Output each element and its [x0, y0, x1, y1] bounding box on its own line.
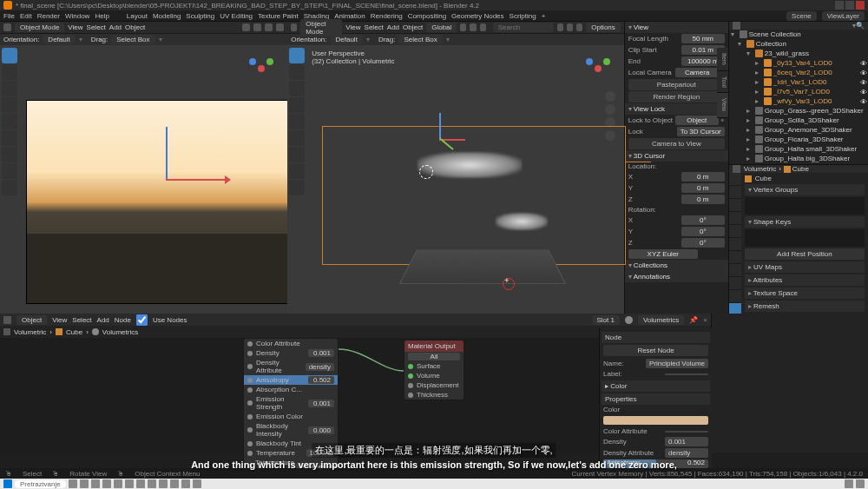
xray-icon[interactable] [567, 23, 573, 31]
shader-type[interactable]: Object [16, 315, 47, 325]
ptab-modifiers[interactable] [729, 251, 741, 263]
rightview-menu-object[interactable]: Object [403, 23, 423, 31]
slot-select[interactable]: Slot 1 [592, 315, 620, 325]
workspace-geonodes[interactable]: Geometry Nodes [451, 12, 503, 20]
search-input[interactable] [493, 23, 554, 32]
ntab-tool[interactable]: Tool [717, 71, 728, 94]
material-output-node[interactable]: Material Output All Surface Volume Displ… [404, 340, 464, 400]
menu-edit[interactable]: Edit [20, 12, 32, 20]
ntab-view[interactable]: View [717, 93, 728, 117]
shape-keys-list[interactable] [745, 229, 865, 247]
texture-space-panel[interactable]: Texture Space [745, 287, 865, 299]
eye-icon[interactable]: 👁 [860, 69, 866, 76]
outliner-item-0[interactable]: ▸_0y33_Var4_LOD0👁 [729, 58, 868, 68]
leftview-menu-object[interactable]: Object [125, 23, 145, 31]
ptab-physics[interactable] [729, 277, 741, 289]
ptab-object[interactable] [729, 238, 741, 250]
props-editor-icon[interactable] [733, 165, 740, 173]
volumetric-clouds-small[interactable] [496, 213, 548, 230]
editor-type-icon[interactable] [291, 23, 297, 31]
node-properties-head[interactable]: Properties [602, 393, 710, 405]
eye-icon[interactable]: 👁 [860, 79, 866, 85]
eye-icon[interactable]: 👁 [860, 98, 866, 104]
outliner-group-2[interactable]: ▸Group_Anemone_3DShaker [729, 125, 868, 135]
np-densattr-field[interactable]: density [665, 448, 708, 458]
outliner-wild-grass[interactable]: ▾23_wild_grass [729, 49, 868, 58]
workspace-modeling[interactable]: Modeling [153, 12, 181, 20]
cursor-rz[interactable]: 0° [681, 238, 725, 248]
workspace-scripting[interactable]: Scripting [510, 12, 536, 20]
shape-keys-panel[interactable]: Shape Keys [745, 216, 865, 228]
outliner-group-1[interactable]: ▸Group_Scilla_3DShaker [729, 116, 868, 125]
node-section-head[interactable]: Node [602, 332, 710, 343]
node-name-field[interactable]: Principled Volume [646, 359, 708, 368]
nav-gizmo-right[interactable] [586, 53, 617, 84]
menu-help[interactable]: Help [95, 12, 108, 20]
tool-scale-r[interactable] [289, 114, 305, 129]
tool-addcube-r[interactable] [289, 180, 305, 195]
crumb-mesh[interactable]: Cube [66, 328, 82, 336]
volumetric-clouds[interactable] [418, 152, 522, 178]
camera-to-view-check[interactable]: Camera to View [628, 138, 725, 149]
focal-length-field[interactable]: 50 mm [681, 34, 725, 43]
pin-icon[interactable]: 📌 [689, 316, 698, 324]
leftview-menu-add[interactable]: Add [109, 23, 122, 31]
shading-rendered-icon[interactable] [276, 23, 284, 31]
blackbody-int-value[interactable]: 0.000 [308, 426, 334, 434]
tool-scale[interactable] [2, 114, 17, 129]
menu-window[interactable]: Window [65, 12, 89, 20]
pivot-icon[interactable] [460, 23, 466, 31]
ptab-particles[interactable] [729, 264, 741, 276]
workspace-compositing[interactable]: Compositing [408, 12, 446, 20]
lock-3dcursor[interactable]: To 3D Cursor [677, 127, 725, 136]
tray-icon[interactable] [845, 479, 853, 488]
ptab-viewlayer[interactable] [729, 199, 741, 211]
vertex-groups-panel[interactable]: Vertex Groups [745, 184, 865, 195]
taskbar-app[interactable] [114, 479, 122, 488]
workspace-sculpting[interactable]: Sculpting [186, 12, 214, 20]
orientation-select-left[interactable]: Default [43, 35, 75, 44]
outliner-item-1[interactable]: ▸_6ceq_Var2_LOD0👁 [729, 68, 868, 77]
props-breadcrumb-mat[interactable]: Volumetric [744, 165, 776, 173]
tool-move[interactable] [2, 81, 17, 96]
tool-select-box[interactable] [2, 48, 17, 63]
ptab-constraints[interactable] [729, 290, 741, 302]
ptab-output[interactable] [729, 186, 741, 198]
outliner-scene-collection[interactable]: ▾Scene Collection [729, 30, 868, 39]
drag-select-left[interactable]: Select Box [111, 35, 155, 44]
ptab-scene[interactable] [729, 212, 741, 224]
np-colorattr-field[interactable] [665, 431, 708, 433]
close-icon[interactable]: × [703, 316, 707, 324]
outliner-editor-icon[interactable] [733, 22, 740, 30]
cursor-z[interactable]: 0 m [681, 195, 725, 204]
tool-annotate[interactable] [2, 147, 17, 162]
node-menu-select[interactable]: Select [72, 316, 91, 324]
workspace-add[interactable]: + [542, 12, 546, 20]
taskbar-app[interactable] [125, 479, 134, 488]
ptab-render[interactable] [729, 173, 741, 185]
node-color-head[interactable]: ▸ Color [602, 380, 710, 392]
workspace-uv[interactable]: UV Editing [220, 12, 253, 20]
menu-file[interactable]: File [3, 12, 15, 20]
tray-icon[interactable] [856, 479, 865, 488]
start-button[interactable] [3, 479, 12, 488]
shading-wireframe-icon[interactable] [242, 23, 250, 31]
leftview-menu-view[interactable]: View [68, 23, 82, 31]
taskbar-app[interactable] [159, 479, 168, 488]
tool-measure[interactable] [2, 163, 17, 179]
tool-addcube[interactable] [2, 180, 17, 195]
tool-move-r[interactable] [289, 81, 305, 96]
scene-selector[interactable]: Scene [786, 11, 817, 21]
snap-icon[interactable] [470, 23, 476, 31]
taskbar-app[interactable] [102, 479, 111, 488]
pasteparlout-check[interactable]: Pastepariout [628, 79, 725, 90]
anisotropy-value[interactable]: 0.502 [308, 376, 334, 384]
use-nodes-checkbox[interactable] [136, 314, 148, 326]
node-menu-view[interactable]: View [52, 316, 67, 324]
cursor-y[interactable]: 0 m [681, 183, 725, 193]
view-lock-head[interactable]: View Lock [625, 103, 728, 115]
3d-cursor-head[interactable]: 3D Cursor [625, 150, 728, 162]
node-menu-add[interactable]: Add [97, 316, 109, 324]
taskbar-app[interactable] [136, 479, 145, 488]
lock-object-field[interactable]: Object [675, 116, 719, 125]
